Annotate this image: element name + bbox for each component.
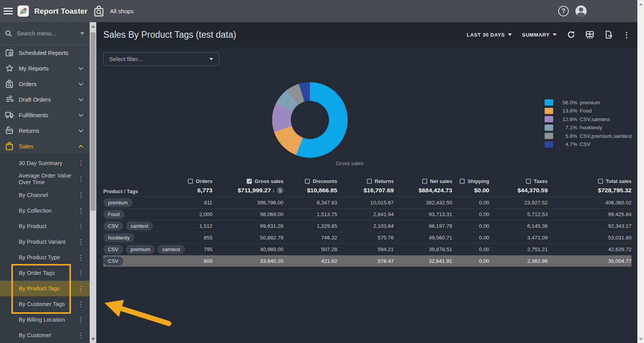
sidebar-item-scheduled-reports[interactable]: Scheduled Reports xyxy=(0,45,90,60)
column-checkbox[interactable] xyxy=(188,179,193,184)
table-columns-icon[interactable] xyxy=(586,30,594,39)
legend-item-csv-premium-samtest[interactable]: 5.8% CSV,premium,samtest xyxy=(545,133,632,139)
column-header[interactable]: Taxes xyxy=(526,177,548,185)
chart-logo-icon[interactable] xyxy=(18,5,29,17)
kebab-menu-icon[interactable]: ⋮ xyxy=(78,222,84,230)
kebab-menu-icon[interactable]: ⋮ xyxy=(78,269,84,277)
sidebar-search[interactable]: Search menu... xyxy=(0,22,90,45)
sidebar-search-placeholder: Search menu... xyxy=(17,30,80,37)
column-header[interactable]: Orders xyxy=(188,177,212,185)
column-checkbox[interactable] xyxy=(460,179,465,184)
scroll-up-icon[interactable] xyxy=(637,1,644,7)
donut-chart[interactable] xyxy=(272,82,348,158)
column-header[interactable]: Gross sales xyxy=(247,177,283,185)
scroll-up-icon[interactable] xyxy=(90,23,96,30)
legend-percent: 5.8% xyxy=(557,133,577,139)
sidebar-subitem-by-product[interactable]: By Product ⋮ xyxy=(0,218,90,234)
kebab-menu-icon[interactable]: ⋮ xyxy=(78,316,84,324)
legend-percent: 13.8% xyxy=(557,108,577,114)
legend-item-premium[interactable]: 56.0% premium xyxy=(545,99,632,106)
hamburger-icon[interactable] xyxy=(4,8,13,14)
sidebar-item-sales[interactable]: Sales xyxy=(0,138,90,154)
sort-desc-icon: ↓ xyxy=(272,187,275,193)
shop-selector[interactable]: All shops xyxy=(94,0,134,22)
view-mode-selector[interactable]: SUMMARY xyxy=(522,32,557,38)
column-checkbox[interactable] xyxy=(422,179,427,184)
sidebar-subitem-by-customer[interactable]: By Customer ⋮ xyxy=(0,327,90,343)
chevron-down-icon xyxy=(78,127,83,134)
account-circle-icon[interactable] xyxy=(575,5,587,17)
kebab-menu-icon[interactable]: ⋮ xyxy=(78,253,84,262)
sidebar-item-orders[interactable]: Orders xyxy=(0,76,90,91)
kebab-menu-icon[interactable]: ⋮ xyxy=(78,300,84,308)
column-checkbox[interactable] xyxy=(305,179,310,184)
column-header[interactable]: Returns xyxy=(367,177,394,185)
sidebar-subitem-by-order-tags[interactable]: By Order Tags ⋮ xyxy=(0,265,90,281)
column-header[interactable]: Discounts xyxy=(305,177,337,185)
column-header[interactable]: Shipping xyxy=(460,177,489,185)
column-total: $10,866.85 xyxy=(307,187,337,194)
column-header[interactable]: Net sales xyxy=(422,177,452,185)
sidebar-subitem-by-product-type[interactable]: By Product Type ⋮ xyxy=(0,250,90,265)
scroll-down-icon[interactable] xyxy=(637,336,644,342)
column-header[interactable]: Total sales xyxy=(598,177,632,185)
help-circle-icon[interactable]: ? xyxy=(558,6,569,16)
column-gross-sales: Gross sales $711,999.27 ↓1 xyxy=(212,177,283,197)
table-row[interactable]: CSV80033,640.20421.82576.4732,641.910.00… xyxy=(103,255,632,267)
legend-item-food[interactable]: 13.8% Food xyxy=(545,108,632,114)
sidebar-item-my-reports[interactable]: My Reports xyxy=(0,60,90,76)
sidebar-subitem-by-product-variant[interactable]: By Product Variant ⋮ xyxy=(0,234,90,250)
refresh-icon[interactable] xyxy=(567,30,575,39)
table-row[interactable]: CSVpremiumsamtest79540,980.00507.28594.2… xyxy=(103,243,632,255)
legend-item-hooktesty[interactable]: 7.1% hooktesty xyxy=(545,125,632,131)
kebab-menu-icon[interactable]: ⋮ xyxy=(78,175,84,183)
table-row[interactable]: premium811398,796.006,347.8310,015.67382… xyxy=(103,197,632,208)
legend-item-csv[interactable]: 4.7% CSV xyxy=(545,141,632,148)
legend-item-csv-samtest[interactable]: 12.6% CSV,samtest xyxy=(545,116,632,122)
export-file-icon[interactable] xyxy=(604,30,613,39)
chevron-down-icon xyxy=(78,96,83,103)
sidebar-subitem-by-product-tags[interactable]: By Product Tags ⋮ xyxy=(0,281,90,296)
star-icon xyxy=(5,64,14,72)
column-checkbox[interactable] xyxy=(247,179,252,184)
column-checkbox[interactable] xyxy=(367,179,372,184)
column-total: 6,773 xyxy=(197,187,212,194)
sidebar-item-draft-orders[interactable]: Draft Orders xyxy=(0,91,90,107)
sidebar-subitem-by-customer-tags[interactable]: By Customer Tags ⋮ xyxy=(0,296,90,312)
table-row[interactable]: Food2,00098,069.001,513.752,841.9493,713… xyxy=(103,208,632,220)
sidebar-subitem-average-order-value-over-time[interactable]: Average Order Value Over Time ⋮ xyxy=(0,171,90,187)
row-tags: CSVsamtest xyxy=(103,222,177,230)
table-row[interactable]: CSVsamtest1,51289,631.281,329.852,103.64… xyxy=(103,220,632,232)
kebab-menu-icon[interactable]: ⋮ xyxy=(78,159,84,167)
sidebar-item-fulfillments[interactable]: Fulfillments xyxy=(0,107,90,123)
sort-order-badge: 1 xyxy=(277,187,283,194)
table-row[interactable]: hooktesty85550,882.79746.32575.7649,560.… xyxy=(103,232,632,243)
sidebar-scrollbar[interactable] xyxy=(90,22,96,343)
kebab-menu-icon[interactable]: ⋮ xyxy=(623,30,630,39)
scroll-down-icon[interactable] xyxy=(90,336,96,342)
legend-swatch xyxy=(545,116,553,122)
date-range-selector[interactable]: LAST 30 DAYS xyxy=(467,32,512,38)
kebab-menu-icon[interactable]: ⋮ xyxy=(78,207,84,215)
row-header-label: Product / Tags xyxy=(103,188,138,197)
column-checkbox[interactable] xyxy=(526,179,531,184)
sidebar-scrollbar-thumb[interactable] xyxy=(90,32,96,211)
chevron-down-icon xyxy=(78,111,83,118)
page-scrollbar[interactable] xyxy=(637,0,644,343)
legend-percent: 56.0% xyxy=(557,100,577,106)
kebab-menu-icon[interactable]: ⋮ xyxy=(78,191,84,199)
search-collapse-caret-icon[interactable] xyxy=(80,32,84,35)
kebab-menu-icon[interactable]: ⋮ xyxy=(78,331,84,339)
kebab-menu-icon[interactable]: ⋮ xyxy=(78,285,84,293)
row-tags: Food xyxy=(103,210,177,219)
kebab-menu-icon[interactable]: ⋮ xyxy=(78,238,84,246)
sidebar-item-returns[interactable]: Returns xyxy=(0,123,90,138)
sidebar-subitem-by-channel[interactable]: By Channel ⋮ xyxy=(0,187,90,203)
sidebar-subitem-30-day-summary[interactable]: 30 Day Summary ⋮ xyxy=(0,155,90,171)
column-checkbox[interactable] xyxy=(598,179,603,184)
sidebar-subitem-by-billing-location[interactable]: By Billing Location ⋮ xyxy=(0,312,90,327)
sidebar-nav: Search menu... Scheduled Reports My Repo… xyxy=(0,22,90,343)
filter-select[interactable]: Select filter... xyxy=(103,52,219,66)
sidebar-subitem-by-collection[interactable]: By Collection ⋮ xyxy=(0,203,90,218)
legend-percent: 7.1% xyxy=(557,125,577,130)
